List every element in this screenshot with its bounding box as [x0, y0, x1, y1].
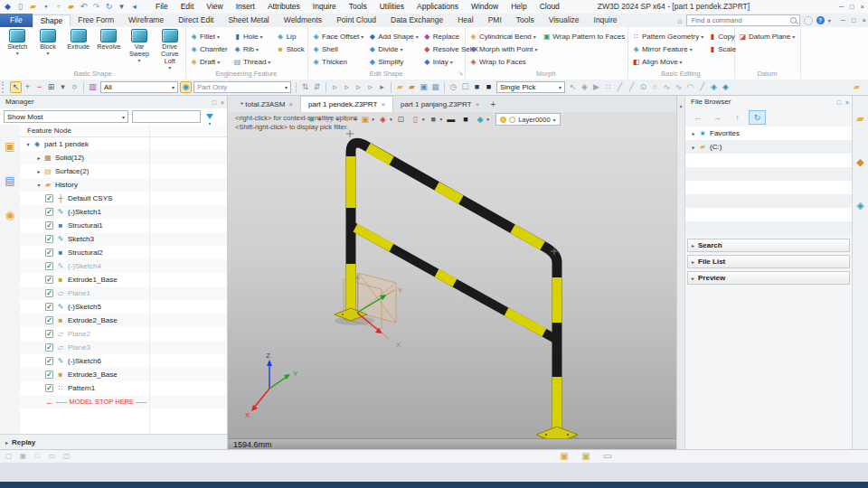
stock-button[interactable]: ■Stock	[277, 45, 306, 53]
menu-view[interactable]: View	[200, 0, 229, 14]
sort-down-icon[interactable]: ⇵	[311, 81, 323, 93]
circle-center-tool-icon[interactable]: ⊙	[637, 81, 649, 93]
close-icon[interactable]: ×	[863, 16, 866, 24]
history-forward-icon[interactable]: ▹	[364, 81, 376, 93]
show-most-combo[interactable]: Show Most ▾	[4, 110, 128, 123]
hole-button[interactable]: ▮Hole▾	[233, 33, 272, 41]
history-back-icon[interactable]: ▹	[341, 81, 353, 93]
feature-pattern1[interactable]: ✓∷Pattern1	[20, 381, 227, 395]
status-grid-icon[interactable]: ▢	[4, 451, 14, 461]
close-panel-icon[interactable]: ×	[845, 99, 849, 106]
manager-search-input[interactable]	[132, 110, 201, 123]
ribbon-tab-heal[interactable]: Heal	[450, 14, 480, 27]
gear-icon[interactable]	[804, 16, 813, 25]
feature-plane2[interactable]: ✓▱Plane2	[20, 327, 227, 341]
menu-utilities[interactable]: Utilities	[373, 0, 410, 14]
multi-view-icon[interactable]: ●	[342, 114, 354, 126]
window-select-icon[interactable]: ⊞	[45, 81, 57, 93]
home-icon[interactable]: ⌂	[677, 16, 682, 25]
scale-button[interactable]: ▮Scale	[708, 45, 736, 53]
fb-item-c[interactable]: ▸▰(C:)	[685, 140, 852, 154]
menu-attributes[interactable]: Attributes	[261, 0, 307, 14]
pick-multi-icon[interactable]: ∷	[602, 81, 614, 93]
status-dock-icon[interactable]: ◫	[61, 451, 71, 461]
help-icon[interactable]: ?	[816, 16, 825, 24]
select-cursor-icon[interactable]: ↖	[10, 81, 22, 93]
menu-edit[interactable]: Edit	[175, 0, 201, 14]
thicken-button[interactable]: ◈Thicken	[312, 58, 363, 66]
menu-applications[interactable]: Applications	[410, 0, 465, 14]
feature-checkbox[interactable]: ✓	[45, 289, 53, 297]
add-selection-icon[interactable]: +	[22, 81, 33, 93]
history-clock-icon[interactable]: ◷	[448, 81, 459, 93]
feature-default-csys[interactable]: ✓┼Default CSYS	[20, 192, 227, 205]
dialog-launcher-icon[interactable]: ↘	[458, 70, 463, 77]
wireframe-display-icon[interactable]: □	[324, 114, 335, 126]
section-preview[interactable]: ▸Preview	[687, 271, 850, 285]
menu-inquire[interactable]: Inquire	[307, 0, 343, 14]
feature-sketch1[interactable]: ✓✎(-)Sketch1	[20, 205, 227, 219]
restore-icon[interactable]: □	[850, 3, 854, 11]
feature-checkbox[interactable]: ✓	[45, 221, 53, 230]
align-move-button[interactable]: ◧Align Move▾	[632, 58, 703, 66]
export-image-icon[interactable]: ▤	[3, 174, 17, 188]
background-square-swatch[interactable]: ■	[459, 114, 471, 126]
sketch-button[interactable]: Sketch▾	[3, 29, 33, 70]
spline-tool-icon[interactable]: ∿	[661, 81, 673, 93]
collapse-panel-icon[interactable]: ▾	[679, 104, 682, 109]
document-tab-part-1-pendek-z3prt[interactable]: part 1 pendek.Z3PRT×	[300, 96, 393, 112]
thread-button[interactable]: ▤Thread▾	[233, 58, 272, 66]
print-icon[interactable]: ▫	[52, 1, 64, 13]
forward-icon[interactable]: →	[709, 110, 726, 125]
pattern-geometry-button[interactable]: ∷Pattern Geometry▾	[632, 33, 703, 41]
ribbon-tab-tools[interactable]: Tools	[509, 14, 542, 27]
minimize-icon[interactable]: ─	[839, 3, 844, 11]
shaded-display-icon[interactable]: ■	[306, 114, 317, 126]
history-insert-icon[interactable]: ▹	[353, 81, 364, 93]
shape-library-icon[interactable]: ◈	[854, 199, 867, 211]
feature-checkbox[interactable]: ✓	[45, 249, 53, 257]
feature-extrude3-base[interactable]: ✓■Extrude3_Base	[20, 368, 227, 381]
ribbon-tab-inquire[interactable]: Inquire	[587, 14, 625, 27]
expand-closed-icon[interactable]: ▸	[34, 155, 43, 161]
morph-with-point-button[interactable]: ◈Morph with Point▾	[469, 45, 538, 53]
simplify-button[interactable]: ◆Simplify	[368, 58, 419, 66]
feature-checkbox[interactable]: ✓	[45, 208, 53, 216]
pick-point-icon[interactable]: ◈	[579, 81, 590, 93]
menu-help[interactable]: Help	[505, 0, 533, 14]
new-folder-icon[interactable]: ▰	[394, 81, 406, 93]
filter-funnel-button[interactable]	[203, 110, 217, 123]
feature-plane1[interactable]: ✓▱Plane1	[20, 286, 227, 300]
face-pick-icon[interactable]: ◈	[708, 81, 720, 93]
rib-button[interactable]: ◈Rib▾	[233, 45, 272, 53]
layer-display-icon[interactable]: ◆	[474, 114, 486, 126]
feature-part-1-pendek[interactable]: ▾◈part 1 pendek	[20, 137, 227, 151]
feature-extrude2-base[interactable]: ✓■Extrude2_Base	[20, 314, 227, 327]
collapse-ribbon-icon[interactable]: ◂	[128, 1, 140, 13]
drive-curve-loft-button[interactable]: Drive Curve Loft▾	[155, 29, 184, 70]
feature-sketch5[interactable]: ✓✎(-)Sketch5	[20, 300, 227, 314]
history-first-icon[interactable]: ▹	[329, 81, 341, 93]
datum-plane-button[interactable]: ◪Datum Plane▾	[739, 33, 798, 41]
close-icon[interactable]: ×	[861, 3, 864, 11]
draft-button[interactable]: ◈Draft▾	[190, 58, 229, 66]
ribbon-tab-file[interactable]: File	[0, 14, 33, 27]
feature-sketch6[interactable]: ✓✎(-)Sketch6	[20, 354, 227, 368]
pick-cursor-icon[interactable]: ↖	[567, 81, 579, 93]
model-canvas[interactable]: Y X Z Y X	[228, 112, 676, 438]
expand-closed-icon[interactable]: ▸	[689, 144, 698, 150]
new-file-icon[interactable]: ▯	[14, 1, 26, 13]
circle-tool-icon[interactable]: ○	[649, 81, 661, 93]
role-manager-icon[interactable]: ◉	[3, 208, 17, 222]
minimize-icon[interactable]: ─	[841, 16, 845, 24]
extrude-button[interactable]: Extrude	[63, 29, 93, 70]
feature-extrude1-base[interactable]: ✓■Extrude1_Base	[20, 273, 227, 286]
var-sweep-button[interactable]: Var Sweep▾	[125, 29, 155, 70]
close-tab-icon[interactable]: ×	[288, 100, 293, 108]
ribbon-tab-direct-edit[interactable]: Direct Edit	[171, 14, 221, 27]
new-tab-button[interactable]: +	[486, 97, 499, 112]
section-search[interactable]: ▸Search	[687, 239, 850, 252]
export-icon[interactable]: ▰	[65, 1, 77, 13]
menu-window[interactable]: Window	[465, 0, 505, 14]
menu-insert[interactable]: Insert	[230, 0, 261, 14]
